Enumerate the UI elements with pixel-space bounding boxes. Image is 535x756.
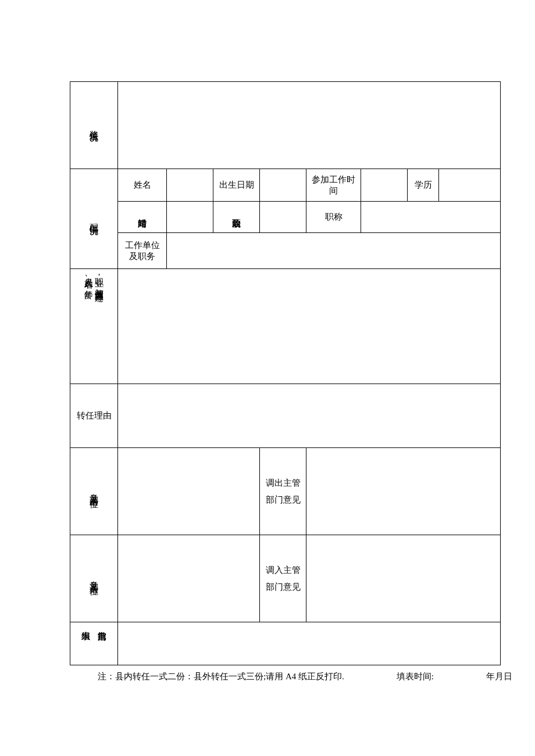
spouse-work-unit-label: 工作单位及职务 [118, 233, 167, 269]
spouse-name-value [167, 169, 213, 202]
opinion-in-unit-label: 意见调入单位 [70, 535, 118, 622]
spouse-name-label: 姓名 [118, 169, 167, 202]
spouse-birth-label: 出生日期 [213, 169, 260, 202]
spouse-edu-label: 学历 [408, 169, 439, 202]
org-value [118, 622, 501, 665]
follow-label: 人员姓名、年龄、 职业，与被调人关系随迁 [70, 269, 118, 384]
footer: 注：县内转任一式二份：县外转任一式三份;请用 A4 纸正反打印. 填表时间: 年… [98, 671, 505, 682]
award-label: 奖惩情况 [70, 82, 118, 169]
spouse-political-label: 治貌政面 [213, 202, 260, 233]
spouse-title-label: 职称 [306, 202, 361, 233]
form-table: 奖惩情况 配偶情况 姓名 出生日期 参加工作时间 学历 婚间结时 治貌政面 职称… [70, 81, 501, 665]
award-value [118, 82, 501, 169]
spouse-birth-value [260, 169, 306, 202]
opinion-in-dept-value [306, 535, 501, 622]
opinion-out-unit-label: 意见调出单位 [70, 448, 118, 535]
footer-note: 注：县内转任一式二份：县外转任一式三份;请用 A4 纸正反打印. [98, 671, 344, 682]
spouse-work-start-label: 参加工作时间 [306, 169, 361, 202]
spouse-marriage-time-value [167, 202, 213, 233]
opinion-out-dept-label: 调出主管部门意见 [260, 448, 306, 535]
spouse-work-unit-value [167, 233, 501, 269]
footer-date: 年月日 [486, 671, 512, 682]
opinion-out-unit-value [118, 448, 260, 535]
opinion-in-dept-label: 调入主管部门意见 [260, 535, 306, 622]
spouse-marriage-time-label: 婚间结时 [118, 202, 167, 233]
opinion-out-dept-value [306, 448, 501, 535]
opinion-in-unit-value [118, 535, 260, 622]
reason-value [118, 384, 501, 448]
spouse-work-start-value [361, 169, 408, 202]
follow-value [118, 269, 501, 384]
spouse-section-label: 配偶情况 [70, 169, 118, 269]
footer-fill-label: 填表时间: [397, 671, 434, 682]
org-label: 组织人事 门审批意 [70, 622, 118, 665]
reason-label: 转任理由 [70, 384, 118, 448]
spouse-title-value [361, 202, 501, 233]
page: 奖惩情况 配偶情况 姓名 出生日期 参加工作时间 学历 婚间结时 治貌政面 职称… [0, 0, 535, 756]
spouse-edu-value [439, 169, 501, 202]
spouse-political-value [260, 202, 306, 233]
